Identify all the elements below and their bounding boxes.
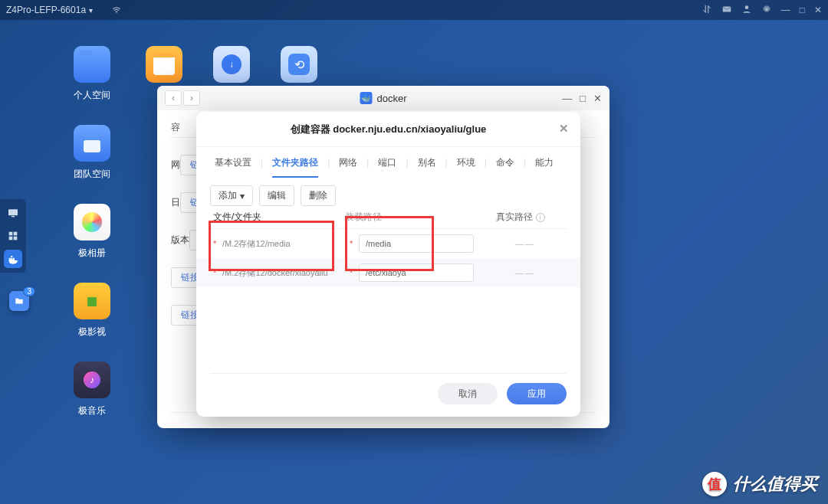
watermark-logo-icon: 值 xyxy=(702,472,727,496)
host-path: /M.2存储12/media xyxy=(222,238,350,250)
tab-port[interactable]: 端口 xyxy=(373,147,401,178)
chevron-down-icon: ▾ xyxy=(89,6,93,15)
window-maximize-icon[interactable]: □ xyxy=(800,5,805,15)
col-host: 文件/文件夹 xyxy=(213,211,345,224)
add-button[interactable]: 添加▾ xyxy=(210,185,253,206)
docker-titlebar: ‹ › 🐳 docker — □ ✕ xyxy=(157,86,610,110)
host-path: /M.2存储12/docker/xiaoyaliu xyxy=(222,267,350,279)
app-label: 极影视 xyxy=(78,326,106,339)
real-path: —— xyxy=(486,239,564,248)
tab-env[interactable]: 环境 xyxy=(452,147,480,178)
mount-path-input[interactable] xyxy=(359,234,474,253)
cancel-button[interactable]: 取消 xyxy=(438,383,498,404)
app-label: 个人空间 xyxy=(74,89,110,102)
gear-icon[interactable] xyxy=(761,4,772,17)
host-name-label: Z4Pro-LEFP-6601a xyxy=(6,5,86,15)
watermark: 值 什么值得买 xyxy=(702,472,817,496)
watermark-text: 什么值得买 xyxy=(733,473,817,496)
required-icon: * xyxy=(350,239,356,248)
path-table-header: 文件/文件夹 装载路径 真实路径i xyxy=(196,211,580,224)
tab-folder-path[interactable]: 文件夹路径 xyxy=(268,147,323,178)
required-icon: * xyxy=(213,239,219,248)
nav-forward-button[interactable]: › xyxy=(183,90,200,106)
modal-header: 创建容器 docker.nju.edu.cn/xiaoyaliu/glue ✕ xyxy=(196,112,580,147)
app-video[interactable]: ◆极影视 xyxy=(74,283,110,339)
tab-cmd[interactable]: 命令 xyxy=(491,147,519,178)
col-real: 真实路径i xyxy=(477,211,564,224)
docker-window-title: docker xyxy=(376,93,406,104)
svg-point-2 xyxy=(744,5,748,9)
mail-icon[interactable] xyxy=(721,4,732,17)
required-icon: * xyxy=(350,268,356,277)
window-minimize-icon[interactable]: — xyxy=(781,5,790,15)
app-notes[interactable] xyxy=(146,46,182,83)
svg-rect-1 xyxy=(723,6,731,11)
app-label: 团队空间 xyxy=(74,168,110,181)
modal-title: 创建容器 docker.nju.edu.cn/xiaoyaliu/glue xyxy=(291,123,487,136)
tab-network[interactable]: 网络 xyxy=(334,147,362,178)
system-topbar: Z4Pro-LEFP-6601a ▾ — □ ✕ xyxy=(0,0,828,20)
bg-tab: 容 xyxy=(171,122,180,133)
bg-row-label: 日 xyxy=(171,196,180,209)
window-close-icon[interactable]: ✕ xyxy=(814,5,822,15)
app-music[interactable]: ♪极音乐 xyxy=(74,362,110,417)
nav-back-button[interactable]: ‹ xyxy=(165,90,182,106)
path-row[interactable]: * /M.2存储12/media * —— xyxy=(196,229,580,258)
modal-toolbar: 添加▾ 编辑 删除 xyxy=(196,178,580,211)
real-path: —— xyxy=(486,268,564,277)
edit-button[interactable]: 编辑 xyxy=(259,185,294,206)
bg-row-label: 网 xyxy=(171,159,180,172)
transfer-icon[interactable] xyxy=(702,4,712,17)
host-name[interactable]: Z4Pro-LEFP-6601a ▾ xyxy=(6,5,93,15)
app-photos[interactable]: 极相册 xyxy=(74,204,110,260)
tab-capability[interactable]: 能力 xyxy=(531,147,558,178)
info-icon[interactable]: i xyxy=(536,213,545,222)
mount-path-input[interactable] xyxy=(359,263,474,282)
app-personal-space[interactable]: 个人空间 xyxy=(74,46,110,102)
app-label: 极音乐 xyxy=(78,404,106,417)
close-icon[interactable]: ✕ xyxy=(557,123,570,135)
modal-tabs: 基本设置| 文件夹路径| 网络| 端口| 别名| 环境| 命令| 能力 xyxy=(196,147,580,178)
required-icon: * xyxy=(213,268,219,277)
bg-row-label: 版本 xyxy=(171,234,189,247)
apply-button[interactable]: 应用 xyxy=(507,383,567,404)
window-close-icon[interactable]: ✕ xyxy=(593,93,602,104)
col-mount: 装载路径 xyxy=(345,211,477,224)
svg-point-0 xyxy=(116,11,117,11)
wifi-icon xyxy=(111,4,122,17)
window-maximize-icon[interactable]: □ xyxy=(580,93,586,104)
tab-basic[interactable]: 基本设置 xyxy=(210,147,256,178)
tab-alias[interactable]: 别名 xyxy=(413,147,441,178)
app-download[interactable]: ↓ xyxy=(213,46,250,83)
modal-footer: 取消 应用 xyxy=(196,383,580,417)
app-team-space[interactable]: 团队空间 xyxy=(74,125,110,181)
app-sync[interactable]: ⟲ xyxy=(281,46,317,83)
window-minimize-icon[interactable]: — xyxy=(562,93,572,104)
user-icon[interactable] xyxy=(741,4,752,17)
docker-logo-icon: 🐳 xyxy=(360,92,372,104)
app-label: 极相册 xyxy=(78,247,106,260)
divider xyxy=(210,373,567,374)
delete-button[interactable]: 删除 xyxy=(301,185,336,206)
path-row[interactable]: * /M.2存储12/docker/xiaoyaliu * —— xyxy=(196,258,580,287)
chevron-down-icon: ▾ xyxy=(240,191,245,201)
create-container-modal: 创建容器 docker.nju.edu.cn/xiaoyaliu/glue ✕ … xyxy=(196,112,580,417)
